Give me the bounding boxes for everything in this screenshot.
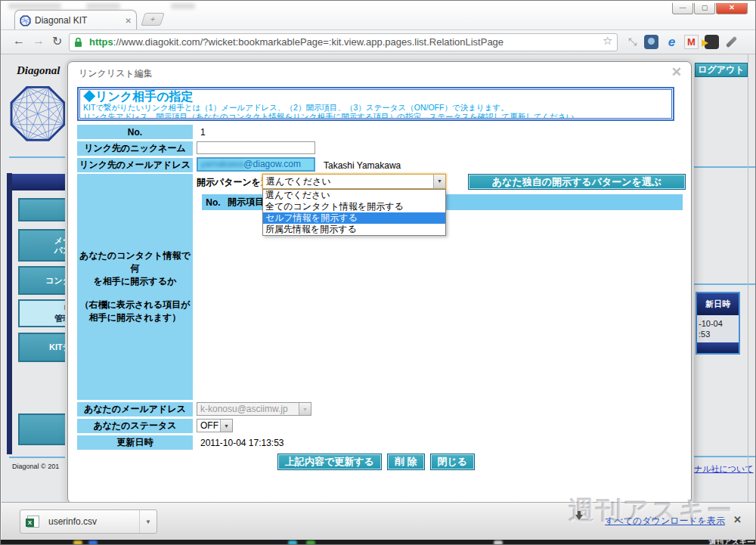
forward-icon[interactable]: → (33, 34, 45, 48)
dialog-close-icon[interactable]: ✕ (671, 64, 682, 80)
dialog-title: リンクリスト編集 (79, 67, 153, 80)
dropdown-option[interactable]: 選んでください (263, 190, 445, 201)
dropdown-option[interactable]: 所属先情報を開示する (263, 224, 445, 235)
background-table-fragment: 新日時 -10-04 :53 (696, 292, 740, 355)
url-bar[interactable]: https://www.diagokit.com/?wicket:bookmar… (69, 33, 618, 51)
divider-line (690, 456, 756, 457)
sidebar-item-mail-password[interactable]: メー パス (18, 229, 75, 262)
show-all-downloads-link[interactable]: すべてのダウンロードを表示 (605, 515, 725, 528)
back-icon[interactable]: ← (13, 34, 25, 48)
nickname-input[interactable] (197, 141, 315, 154)
file-menu-arrow-icon[interactable]: ▼ (140, 519, 156, 525)
row-label-your-status: あなたのステータス (77, 419, 193, 433)
email-domain: @diagow.com (243, 159, 301, 169)
wrench-menu-icon[interactable] (724, 35, 739, 49)
new-tab-button[interactable]: + (141, 13, 165, 26)
download-arrow-icon (575, 515, 583, 524)
table-cell-fragment: -10-04 :53 (697, 315, 739, 342)
your-email-value: k-konosu@asciimw.jp (197, 404, 299, 414)
row-label-updated: 更新日時 (77, 435, 193, 450)
pattern-dropdown-list: 選んでください 全てのコンタクト情報を開示する セルフ情報を開示する 所属先情報… (262, 189, 446, 236)
update-button[interactable]: 上記内容で更新する (277, 454, 382, 470)
select-dropdown-icon: ▼ (220, 420, 232, 432)
page-right-edge (748, 54, 748, 502)
reload-icon[interactable]: ↻ (52, 34, 62, 48)
row-label-nickname: リンク先のニックネーム (77, 141, 193, 156)
delete-button[interactable]: 削 除 (387, 454, 425, 470)
taskbar-dot (88, 540, 98, 545)
blurred-window-text (86, 3, 120, 9)
unique-pattern-button[interactable]: あなた独自の開示するパターンを選ぶ (468, 174, 686, 190)
status-select[interactable]: OFF ▼ (197, 419, 233, 432)
tab-close-icon[interactable]: ✕ (125, 17, 132, 25)
sidebar-item-contact[interactable]: コンタ (18, 266, 75, 295)
gmail-extension-icon[interactable]: M (684, 35, 699, 49)
updated-value: 2011-10-04 17:13:53 (200, 438, 284, 448)
table-row-fragment (697, 342, 739, 353)
row-label-email: リンク先のメールアドレス (77, 158, 193, 172)
excel-file-icon (27, 516, 39, 528)
taskbar-dot (494, 540, 503, 545)
select-dropdown-icon: ▼ (433, 175, 445, 188)
logout-button[interactable]: ログアウト (695, 63, 748, 77)
resize-extension-icon[interactable]: ⤡ (625, 35, 640, 49)
row-label-your-email: あなたのメールアドレス (77, 402, 193, 416)
pattern-select[interactable]: 選んでください ▼ (262, 174, 446, 189)
dropdown-option-highlighted[interactable]: セルフ情報を開示する (263, 212, 445, 224)
link-email-input[interactable]: yamakawa@diagow.com (197, 157, 315, 172)
downloaded-file-name: userinfo.csv (48, 516, 139, 527)
minimize-button[interactable]: — (672, 3, 693, 14)
taskbar-dot (288, 540, 297, 545)
tab-title: Diagonal KIT (35, 15, 125, 26)
browser-window: — ▢ ✕ Diagonal KIT ✕ + ← → ↻ https://www… (0, 0, 756, 545)
instruction-line-1: KITで繋がりたいリンク相手とは（1）メールアドレス、（2）開示項目、（3）ステ… (83, 103, 668, 112)
table-header-fragment: 新日時 (697, 293, 739, 315)
sidebar-item[interactable] (18, 198, 75, 221)
column-header-no: No. (202, 197, 225, 208)
sidebar-edge (7, 173, 12, 454)
ie-extension-icon[interactable]: e (665, 35, 679, 49)
instruction-box: ◆リンク相手の指定 KITで繋がりたいリンク相手とは（1）メールアドレス、（2）… (77, 87, 674, 121)
taskbar-strip: 週刊アスキー (1, 540, 756, 545)
blurred-window-text (171, 3, 195, 9)
about-company-link[interactable]: ナル社について (694, 463, 754, 475)
pattern-selected-value: 選んでください (263, 175, 433, 188)
close-window-button[interactable]: ✕ (716, 3, 748, 14)
sidebar-header: K (12, 174, 75, 190)
taskbar-dot (73, 540, 82, 545)
link-list-edit-dialog: リンクリスト編集 ✕ ◆リンク相手の指定 KITで繋がりたいリンク相手とは（1）… (67, 61, 692, 503)
divider-line (9, 156, 67, 158)
taskbar-dot (306, 540, 315, 545)
shelf-close-icon[interactable]: ✕ (733, 514, 742, 525)
url-text: ://www.diagokit.com/?wicket:bookmarkable… (113, 36, 503, 48)
padlock-icon (74, 37, 82, 48)
maximize-button[interactable]: ▢ (694, 3, 715, 14)
instruction-line-2: リンク先アドレス、開示項目（あなたのコンタクト情報をリンク相手に開示する項目）の… (83, 112, 668, 119)
sidebar-item-kit-data[interactable]: KITデ (18, 333, 75, 362)
contact-name: Takashi Yamakawa (324, 160, 401, 171)
blurred-window-text (8, 3, 61, 9)
row-label-no: No. (77, 125, 193, 139)
close-button[interactable]: 閉じる (430, 454, 476, 470)
row-label-disclosure: あなたのコンタクト情報で何 を相手に開示するか （右欄に表示される項目が 相手に… (77, 174, 193, 400)
url-scheme: https (89, 36, 113, 48)
phone-extension-icon[interactable] (705, 35, 719, 49)
sidebar-item-link-management[interactable]: リ 管理 (18, 299, 75, 327)
bookmark-star-icon[interactable]: ☆ (603, 34, 612, 48)
window-controls: — ▢ ✕ (671, 3, 748, 14)
divider-line (693, 283, 756, 285)
copyright-text: Diagonal © 201 (12, 463, 59, 470)
status-value: OFF (197, 420, 220, 431)
censored-email-local: yamakawa (200, 159, 243, 169)
camera-extension-icon[interactable] (644, 35, 658, 49)
downloaded-file-button[interactable]: userinfo.csv ▼ (20, 509, 157, 534)
browser-tab[interactable]: Diagonal KIT ✕ (14, 10, 137, 30)
divider-line (9, 457, 73, 458)
dropdown-option[interactable]: 全てのコンタクト情報を開示する (263, 201, 445, 212)
no-value: 1 (200, 127, 206, 138)
favicon-octagon-icon (20, 15, 31, 26)
download-shelf: userinfo.csv ▼ 週刊アスキー すべてのダウンロードを表示 ✕ (2, 502, 755, 540)
your-email-select[interactable]: k-konosu@asciimw.jp ▼ (197, 402, 311, 416)
network-octagon-graphic (6, 74, 70, 156)
sidebar-item[interactable] (18, 413, 75, 445)
